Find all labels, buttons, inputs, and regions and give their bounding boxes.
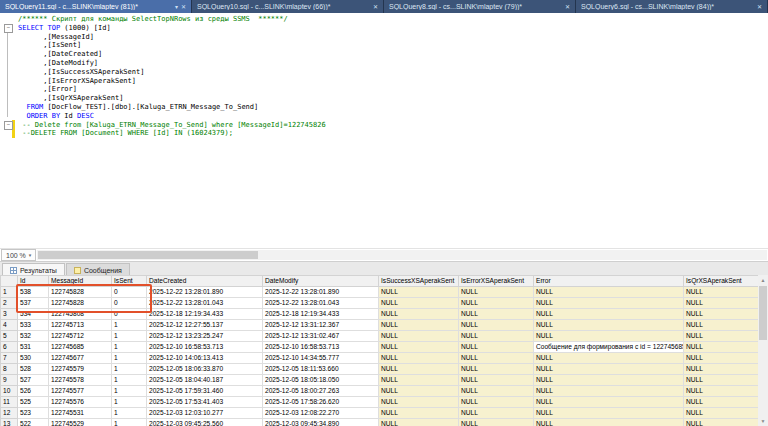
grid-cell[interactable]: NULL [534, 287, 684, 298]
grid-cell[interactable]: 2025-12-03 09:45:34.890 [263, 419, 379, 426]
grid-cell[interactable]: 2025-12-12 13:31:12.367 [263, 320, 379, 331]
grid-cell[interactable]: 1 [112, 408, 147, 419]
grid-cell[interactable]: Сообщение для формирования с id = 122745… [534, 342, 684, 353]
code-line[interactable]: -- Delete from [Kaluga_ETRN_Message_To_S… [18, 121, 764, 130]
grid-cell[interactable]: NULL [534, 364, 684, 375]
document-tab[interactable]: SQLQuery10.sql - c...SLINK\mlaptev (66))… [192, 0, 384, 13]
grid-cell[interactable]: NULL [459, 408, 534, 419]
row-header[interactable]: 9 [1, 375, 18, 386]
grid-cell[interactable]: NULL [459, 375, 534, 386]
grid-cell[interactable]: NULL [534, 375, 684, 386]
grid-cell[interactable]: NULL [379, 320, 459, 331]
grid-cell[interactable]: NULL [534, 320, 684, 331]
column-header[interactable]: IsQrXSAperakSent [684, 276, 759, 287]
grid-cell[interactable]: NULL [684, 298, 759, 309]
grid-cell[interactable]: 2025-12-05 18:11:53.660 [263, 364, 379, 375]
grid-cell[interactable]: NULL [379, 287, 459, 298]
row-header[interactable]: 4 [1, 320, 18, 331]
code-line[interactable]: ,[IsErrorXSAperakSent] [18, 77, 764, 86]
grid-cell[interactable]: NULL [684, 408, 759, 419]
grid-cell[interactable]: NULL [534, 353, 684, 364]
code-line[interactable]: ,[IsSent] [18, 41, 764, 50]
grid-cell[interactable]: NULL [534, 331, 684, 342]
grid-cell[interactable]: 1 [112, 419, 147, 426]
grid-cell[interactable]: NULL [379, 408, 459, 419]
grid-cell[interactable]: 2025-12-05 17:53:41.403 [147, 397, 263, 408]
zoom-control[interactable]: 100 % ▾ [1, 249, 36, 261]
grid-cell[interactable]: NULL [379, 386, 459, 397]
column-header[interactable]: Error [534, 276, 684, 287]
grid-cell[interactable]: 2025-12-22 13:28:01.890 [147, 287, 263, 298]
grid-cell[interactable]: 2025-12-03 12:03:10.277 [147, 408, 263, 419]
grid-cell[interactable]: 122745579 [49, 364, 112, 375]
grid-cell[interactable]: NULL [534, 309, 684, 320]
grid-cell[interactable]: 525 [18, 397, 49, 408]
vertical-scrollbar[interactable]: ▲ ▼ [758, 275, 768, 426]
grid-cell[interactable]: 532 [18, 331, 49, 342]
grid-cell[interactable]: NULL [684, 353, 759, 364]
code-line[interactable]: ,[IsQrXSAperakSent] [18, 94, 764, 103]
code-line[interactable]: FROM [DocFlow_TEST].[dbo].[Kaluga_ETRN_M… [18, 103, 764, 112]
grid-cell[interactable]: 122745531 [49, 408, 112, 419]
grid-cell[interactable]: NULL [459, 397, 534, 408]
grid-cell[interactable]: NULL [684, 397, 759, 408]
column-header[interactable]: Id [18, 276, 49, 287]
fold-collapse-icon[interactable]: − [4, 121, 13, 130]
grid-cell[interactable]: 122745828 [49, 298, 112, 309]
grid-cell[interactable]: 122745713 [49, 320, 112, 331]
code-line[interactable]: SELECT TOP (1000) [Id] [18, 24, 764, 33]
column-header[interactable]: DateCreated [147, 276, 263, 287]
grid-cell[interactable]: NULL [379, 375, 459, 386]
grid-cell[interactable]: 2025-12-12 12:27:55.137 [147, 320, 263, 331]
grid-cell[interactable]: 2025-12-05 18:05:18.050 [263, 375, 379, 386]
grid-cell[interactable]: NULL [459, 298, 534, 309]
grid-cell[interactable]: NULL [459, 342, 534, 353]
grid-cell[interactable]: 534 [18, 309, 49, 320]
row-header[interactable]: 11 [1, 397, 18, 408]
row-header[interactable]: 2 [1, 298, 18, 309]
row-header[interactable]: 5 [1, 331, 18, 342]
grid-cell[interactable]: 1 [112, 375, 147, 386]
row-header[interactable]: 13 [1, 419, 18, 426]
grid-cell[interactable]: 523 [18, 408, 49, 419]
grid-cell[interactable]: NULL [379, 309, 459, 320]
grid-cell[interactable]: NULL [534, 419, 684, 426]
grid-cell[interactable]: NULL [684, 386, 759, 397]
grid-cell[interactable]: 1 [112, 397, 147, 408]
grid-cell[interactable]: NULL [459, 364, 534, 375]
grid-cell[interactable]: 522 [18, 419, 49, 426]
grid-cell[interactable]: 122745576 [49, 397, 112, 408]
grid-cell[interactable]: NULL [379, 364, 459, 375]
grid-cell[interactable]: 2025-12-10 16:58:53.713 [147, 342, 263, 353]
grid-cell[interactable]: 2025-12-03 12:08:22.270 [263, 408, 379, 419]
column-header[interactable]: DateModify [263, 276, 379, 287]
grid-cell[interactable]: NULL [379, 298, 459, 309]
grid-cell[interactable]: NULL [684, 309, 759, 320]
grid-cell[interactable]: NULL [684, 331, 759, 342]
grid-cell[interactable]: 2025-12-05 18:06:33.870 [147, 364, 263, 375]
code-line[interactable]: ,[DateCreated] [18, 50, 764, 59]
grid-cell[interactable]: 2025-12-05 17:59:31.460 [147, 386, 263, 397]
document-tab[interactable]: SQLQuery8.sql - cs...SLINK\mlaptev (79))… [384, 0, 576, 13]
grid-cell[interactable]: NULL [684, 364, 759, 375]
grid-cell[interactable]: 122745685 [49, 342, 112, 353]
grid-cell[interactable]: NULL [379, 342, 459, 353]
grid-cell[interactable]: 1 [112, 331, 147, 342]
grid-cell[interactable]: 2025-12-22 13:28:01.890 [263, 287, 379, 298]
grid-cell[interactable]: 122745828 [49, 287, 112, 298]
document-tab[interactable]: SQLQuery6.sql - cs...SLINK\mlaptev (84))… [576, 0, 768, 13]
grid-cell[interactable]: NULL [379, 353, 459, 364]
code-line[interactable]: ,[DateModify] [18, 59, 764, 68]
code-line[interactable]: --DELETE FROM [Document] WHERE [Id] IN (… [18, 129, 764, 138]
grid-cell[interactable]: 2025-12-05 18:00:27.263 [263, 386, 379, 397]
grid-cell[interactable]: 2025-12-22 13:28:01.043 [263, 298, 379, 309]
grid-cell[interactable]: NULL [379, 419, 459, 426]
grid-cell[interactable]: 1 [112, 386, 147, 397]
grid-cell[interactable]: 528 [18, 364, 49, 375]
grid-cell[interactable]: 2025-12-12 13:23:25.247 [147, 331, 263, 342]
grid-cell[interactable]: 2025-12-10 14:06:13.413 [147, 353, 263, 364]
column-header[interactable]: IsSent [112, 276, 147, 287]
code-line[interactable]: /****** Скрипт для команды SelectTopNRow… [18, 15, 764, 24]
grid-cell[interactable]: 2025-12-05 18:04:40.187 [147, 375, 263, 386]
scroll-up-icon[interactable]: ▲ [758, 275, 768, 285]
